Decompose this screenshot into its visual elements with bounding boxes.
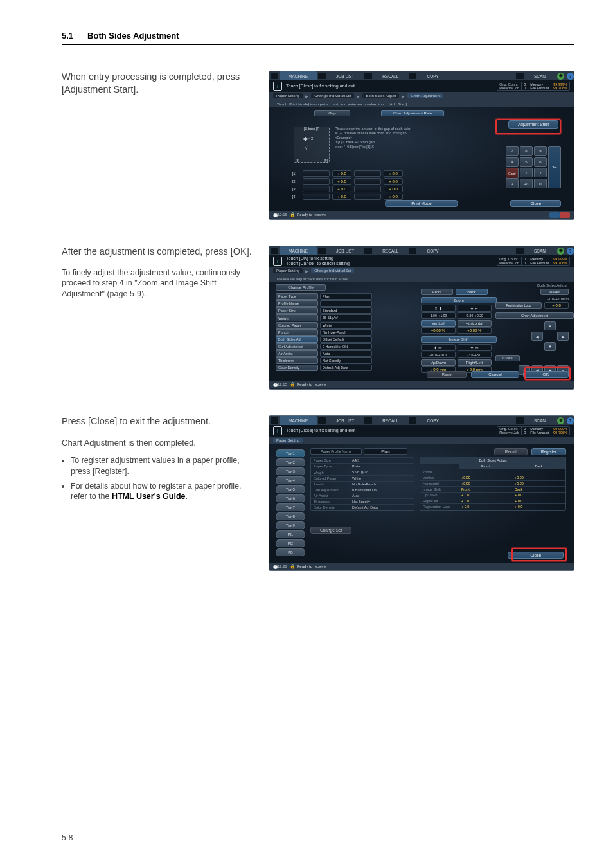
- info-badge-icon: i: [273, 82, 282, 91]
- info-text: Touch [Close] to fix setting and exit: [286, 428, 355, 433]
- bullet: For details about how to register a pape…: [71, 481, 254, 503]
- help-icon[interactable]: ✚: [557, 417, 564, 424]
- subtab-rate[interactable]: Chart Adjustment Rate: [381, 110, 444, 116]
- screenshot-1: MACHINE JOB LIST RECALL COPY SCAN ✚ ? i …: [269, 71, 574, 220]
- screenshot-3: MACHINE JOB LIST RECALL COPY SCAN ✚ ? i …: [269, 415, 574, 571]
- ok-button[interactable]: OK: [523, 371, 569, 378]
- app-icon: [271, 73, 278, 79]
- key-clear[interactable]: Clear: [506, 168, 519, 179]
- prop-value: White: [320, 322, 372, 329]
- prop-label[interactable]: Weight: [276, 314, 318, 321]
- info-icon[interactable]: ?: [567, 73, 574, 80]
- adjust-table: Both Sides AdjustFrontBackZoomVertical+0…: [420, 457, 566, 511]
- key-set[interactable]: Set: [548, 146, 561, 188]
- help-icon[interactable]: ✚: [557, 248, 564, 255]
- close-button[interactable]: Close: [508, 552, 564, 559]
- tab-scan[interactable]: SCAN: [525, 71, 555, 80]
- hint-text: Touch [Print Mode] to output a chart, an…: [269, 100, 574, 107]
- tab-machine[interactable]: MACHINE: [280, 71, 317, 80]
- step-text: When entry processing is completed, pres…: [62, 71, 254, 96]
- tray-button[interactable]: Tray4: [276, 476, 305, 484]
- cross-button[interactable]: Cross: [495, 355, 520, 361]
- prop-label[interactable]: Air Assist: [276, 350, 318, 357]
- tray-button[interactable]: PI1: [276, 530, 305, 538]
- step-sub: Chart Adjustment is then completed.: [62, 437, 254, 449]
- updown-button[interactable]: Up/Down: [421, 359, 456, 366]
- prop-value: 55-61g/㎡: [320, 314, 372, 321]
- prop-value: 0 Humidifier ON: [320, 343, 372, 350]
- close-button[interactable]: Close: [510, 200, 561, 207]
- prop-label[interactable]: Punch: [276, 329, 318, 336]
- step-para: To finely adjust the adjustment value, c…: [62, 267, 254, 300]
- prop-label[interactable]: Both Sides Adj: [276, 336, 318, 343]
- help-icon[interactable]: ✚: [557, 73, 564, 80]
- profile-table: Paper SizeA4□Paper TypePlainWeight52-61g…: [310, 457, 414, 511]
- prop-label[interactable]: Color Density: [276, 365, 318, 371]
- tray-button[interactable]: Tray7: [276, 503, 305, 511]
- prop-value: Default Adj Data: [320, 365, 372, 371]
- prop-label[interactable]: Colored Paper: [276, 322, 318, 329]
- lock-icon: 🔒: [290, 212, 295, 217]
- breadcrumb: Paper Setting▶ Change IndividualSet▶ Bot…: [269, 92, 574, 100]
- footer-chip[interactable]: [549, 212, 560, 218]
- tray-button[interactable]: Tray8: [276, 512, 305, 520]
- rightleft-button[interactable]: Right/Left: [458, 359, 492, 366]
- arrow-up[interactable]: ▲: [544, 321, 556, 330]
- reset-button-2[interactable]: Reset: [427, 371, 467, 378]
- lock-icon: 🔒: [290, 382, 295, 387]
- tray-button[interactable]: Tray3: [276, 467, 305, 475]
- info-icon[interactable]: ?: [567, 248, 574, 255]
- change-set-button[interactable]: Change Set: [310, 527, 351, 534]
- prop-label[interactable]: Thickness: [276, 357, 318, 364]
- tray-button[interactable]: Tray5: [276, 485, 305, 493]
- arrow-pad: ▲ ◀▶ ▼: [495, 321, 569, 351]
- prop-label[interactable]: Paper Type: [276, 293, 318, 300]
- tray-button[interactable]: PB: [276, 548, 305, 556]
- arrow-right[interactable]: ▶: [557, 332, 569, 341]
- change-profile-tab[interactable]: Change Profile: [276, 284, 326, 291]
- window-tabs: MACHINE JOB LIST RECALL COPY SCAN ✚ ?: [269, 71, 574, 80]
- chart-adjustment-button[interactable]: Chart Adjustment: [495, 312, 574, 319]
- clock-icon: 🕐: [273, 565, 278, 569]
- key-7[interactable]: 7: [506, 146, 519, 156]
- tab-recall[interactable]: RECALL: [373, 71, 407, 80]
- info-badge-icon: i: [273, 426, 282, 435]
- prop-value: Auto: [320, 350, 372, 357]
- tray-button[interactable]: Tray1: [276, 449, 305, 457]
- tray-button[interactable]: PI2: [276, 539, 305, 547]
- adjustment-start-button[interactable]: Adjustment Start: [508, 120, 558, 129]
- reset-button[interactable]: Reset: [540, 289, 569, 295]
- vertical-button[interactable]: Vertical: [421, 320, 456, 327]
- tray-button[interactable]: Tray6: [276, 494, 305, 502]
- prop-label[interactable]: Paper Size: [276, 307, 318, 314]
- subtab-gap[interactable]: Gap: [314, 110, 350, 116]
- info-badge-icon: i: [273, 257, 282, 266]
- prop-value: Not Specify: [320, 357, 372, 364]
- slider-y[interactable]: [354, 170, 381, 177]
- tray-button[interactable]: Tray9: [276, 521, 305, 529]
- bullet: To register adjustment values in a paper…: [71, 455, 254, 477]
- arrow-down[interactable]: ▼: [544, 342, 556, 351]
- tab-joblist[interactable]: JOB LIST: [327, 71, 363, 80]
- front-button[interactable]: Front: [421, 289, 453, 295]
- horizontal-button[interactable]: Horizontal: [458, 320, 492, 327]
- tray-list: Tray1Tray2Tray3Tray4Tray5Tray6Tray7Tray8…: [276, 448, 305, 557]
- back-button[interactable]: Back: [456, 289, 488, 295]
- status-text: Ready to receive: [297, 213, 326, 217]
- prop-value: Offset Default: [320, 336, 372, 343]
- prop-value: Plain: [320, 293, 372, 300]
- step-text: After the adjustment is completed, press…: [62, 246, 254, 258]
- prop-label[interactable]: Profile Name: [276, 300, 318, 307]
- print-mode-button[interactable]: Print Mode: [385, 200, 458, 207]
- tab-copy[interactable]: COPY: [418, 71, 447, 80]
- prop-value: No Hole-Punch: [320, 329, 372, 336]
- info-icon[interactable]: ?: [567, 417, 574, 424]
- tray-button[interactable]: Tray2: [276, 458, 305, 466]
- cancel-button[interactable]: Cancel: [471, 371, 519, 378]
- info-text: Touch [Close] to fix setting and exit: [286, 84, 355, 89]
- footer-chip[interactable]: [560, 212, 570, 218]
- prop-label[interactable]: Curl Adjustment: [276, 343, 318, 350]
- reg-loop-button[interactable]: Registration Loop: [495, 302, 542, 309]
- arrow-left[interactable]: ◀: [531, 332, 543, 341]
- slider-x[interactable]: [303, 170, 330, 177]
